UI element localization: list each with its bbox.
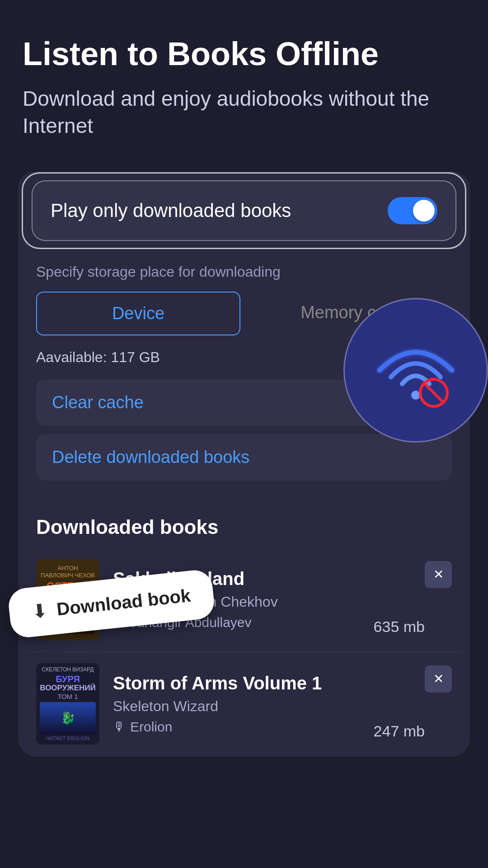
svg-line-2 — [424, 383, 443, 402]
book-title: Storm of Arms Volume 1 — [113, 673, 452, 693]
svg-point-0 — [411, 391, 420, 400]
book-author: Skeleton Wizard — [113, 698, 452, 715]
delete-book-button[interactable]: ✕ — [425, 561, 452, 588]
download-callout-icon: ⬇ — [31, 599, 49, 623]
storm-sub-text: ВООРУЖЕНИЙ — [40, 684, 95, 693]
toggle-row: Play only downloaded books — [32, 180, 456, 241]
phone-mockup: Play only downloaded books Specify stora… — [18, 171, 470, 756]
storm-author-text: СКЕЛЕТОН ВИЗАРД — [42, 667, 94, 673]
download-callout-label: Download book — [56, 585, 192, 620]
wifi-off-circle — [343, 298, 488, 443]
table-row: СКЕЛЕТОН ВИЗАРД БУРЯ ВООРУЖЕНИЙ ТОМ 1 🐉 … — [27, 652, 461, 756]
header-section: Listen to Books Offline Download and enj… — [0, 0, 488, 158]
toggle-label: Play only downloaded books — [51, 200, 291, 222]
device-button[interactable]: Device — [36, 292, 240, 335]
downloaded-books-title: Downloaded books — [18, 502, 470, 547]
book-size: 247 mb — [374, 722, 425, 740]
storage-label: Specify storage place for downloading — [36, 264, 452, 280]
storm-image-placeholder: 🐉 — [40, 702, 96, 734]
delete-icon: ✕ — [433, 671, 444, 686]
toggle-knob — [413, 200, 435, 222]
page-subtitle: Download and enjoy audiobooks without th… — [23, 85, 465, 140]
cover-author-text: АНТОН ПАВЛОВИЧ ЧЕХОВ — [41, 565, 95, 579]
delete-books-label: Delete downloaded books — [52, 448, 249, 467]
delete-books-button[interactable]: Delete downloaded books — [36, 434, 452, 481]
book-size: 635 mb — [374, 618, 425, 636]
toggle-switch[interactable] — [388, 197, 437, 224]
page-title: Listen to Books Offline — [23, 36, 465, 72]
narrator-text: Erolion — [130, 719, 172, 735]
storm-vol-text: ТОМ 1 — [57, 693, 78, 700]
clear-cache-label: Clear cache — [52, 393, 144, 412]
mic-icon: 🎙 — [113, 719, 126, 734]
delete-book-button[interactable]: ✕ — [425, 665, 452, 693]
storm-narrator-cover: ЧИТАЕТ EROLION — [46, 736, 89, 741]
storm-title-text: БУРЯ — [56, 675, 80, 684]
book-list: АНТОН ПАВЛОВИЧ ЧЕХОВ ОСТРОВ САХАЛИН 👥 Sa… — [18, 547, 470, 756]
book-cover-storm: СКЕЛЕТОН ВИЗАРД БУРЯ ВООРУЖЕНИЙ ТОМ 1 🐉 … — [36, 663, 99, 745]
delete-icon: ✕ — [433, 567, 444, 582]
wifi-off-icon — [371, 325, 461, 415]
